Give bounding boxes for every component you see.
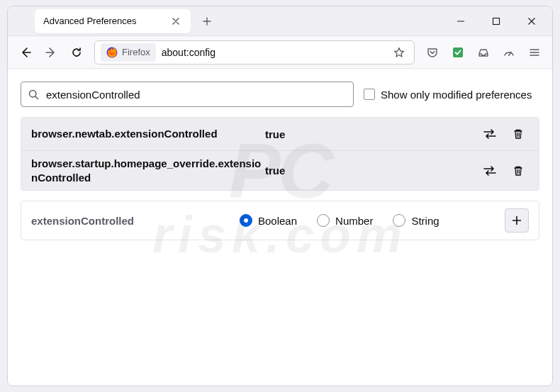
maximize-button[interactable] [478, 6, 514, 36]
reset-button[interactable] [508, 160, 529, 181]
pref-value: true [265, 164, 479, 177]
add-preference-row: extensionControlled Boolean Number Strin… [21, 201, 539, 240]
url-text: about:config [162, 47, 384, 58]
pref-name: browser.startup.homepage_override.extens… [31, 157, 265, 184]
arrow-left-icon [20, 47, 31, 58]
back-button[interactable] [15, 42, 36, 63]
pocket-icon [427, 47, 438, 58]
tab-title: Advanced Preferences [43, 16, 162, 26]
browser-window: Advanced Preferences [7, 6, 553, 386]
new-tab-button[interactable] [196, 11, 218, 32]
firefox-logo-icon [106, 47, 118, 58]
browser-tab[interactable]: Advanced Preferences [35, 9, 191, 33]
close-icon [527, 17, 536, 26]
extension-button[interactable] [447, 42, 469, 63]
window-controls [443, 6, 549, 35]
inbox-button[interactable] [473, 42, 494, 63]
pref-row[interactable]: browser.startup.homepage_override.extens… [21, 150, 539, 190]
add-preference-button[interactable] [505, 208, 529, 233]
toggle-button[interactable] [479, 160, 500, 181]
toolbar-actions [422, 42, 545, 63]
trash-icon [513, 128, 524, 140]
identity-box[interactable]: Firefox [101, 43, 156, 62]
inbox-icon [478, 47, 489, 58]
maximize-icon [492, 17, 500, 26]
radio-option-boolean[interactable]: Boolean [240, 214, 297, 227]
reset-button[interactable] [508, 123, 529, 145]
preferences-table: browser.newtab.extensionControlled true … [21, 117, 539, 191]
pref-value: true [265, 128, 479, 140]
svg-rect-0 [493, 18, 500, 24]
radio-icon [393, 214, 405, 227]
star-icon [393, 47, 405, 58]
gauge-icon [503, 47, 515, 58]
identity-label: Firefox [122, 47, 150, 57]
hamburger-icon [529, 47, 540, 58]
pref-name: browser.newtab.extensionControlled [31, 127, 265, 141]
arrow-right-icon [45, 47, 57, 58]
search-input[interactable] [46, 89, 346, 101]
svg-rect-2 [453, 47, 463, 57]
minimize-button[interactable] [443, 6, 478, 36]
search-icon [28, 89, 39, 100]
toggle-icon [483, 165, 497, 177]
add-pref-name: extensionControlled [31, 215, 233, 227]
radio-label: String [411, 215, 439, 227]
type-radio-group: Boolean Number String [240, 214, 498, 227]
pref-row[interactable]: browser.newtab.extensionControlled true [21, 118, 539, 150]
reload-button[interactable] [66, 42, 87, 63]
pref-actions [479, 160, 529, 181]
plus-icon [202, 16, 212, 26]
close-icon [172, 17, 180, 26]
url-bar[interactable]: Firefox about:config [94, 40, 415, 65]
radio-icon [240, 214, 252, 227]
bookmark-button[interactable] [390, 43, 408, 62]
svg-point-3 [508, 55, 510, 56]
radio-label: Number [335, 215, 373, 227]
radio-option-string[interactable]: String [393, 214, 439, 227]
menu-button[interactable] [524, 42, 545, 63]
dashboard-button[interactable] [498, 42, 520, 63]
trash-icon [513, 165, 524, 177]
close-tab-button[interactable] [169, 15, 182, 28]
pocket-button[interactable] [422, 42, 443, 63]
forward-button[interactable] [40, 42, 62, 63]
minimize-icon [457, 17, 465, 26]
radio-label: Boolean [258, 215, 297, 227]
checkbox-text: Show only modified preferences [381, 89, 532, 101]
toggle-button[interactable] [479, 123, 500, 145]
nav-toolbar: Firefox about:config [8, 36, 552, 69]
search-row: Show only modified preferences [21, 82, 539, 107]
titlebar: Advanced Preferences [8, 6, 552, 36]
close-window-button[interactable] [514, 6, 549, 36]
radio-option-number[interactable]: Number [317, 214, 373, 227]
plus-icon [512, 215, 522, 225]
content-area: Show only modified preferences browser.n… [8, 69, 552, 386]
show-only-modified-checkbox[interactable]: Show only modified preferences [364, 89, 532, 101]
extension-badge-icon [452, 47, 464, 58]
search-box[interactable] [21, 82, 354, 107]
radio-icon [317, 214, 330, 227]
reload-icon [71, 47, 82, 58]
checkbox-icon [364, 89, 375, 100]
toggle-icon [483, 128, 497, 140]
pref-actions [479, 123, 529, 145]
